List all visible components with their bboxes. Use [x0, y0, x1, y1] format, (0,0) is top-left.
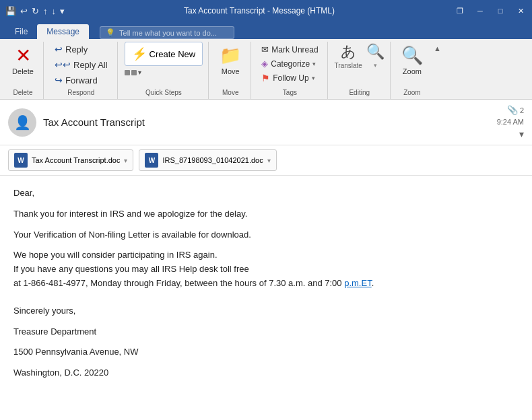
lightning-icon: ⚡	[132, 46, 147, 61]
email-header: 👤 Tax Account Transcript 📎 2 9:24 AM ▾	[0, 100, 532, 145]
follow-up-button[interactable]: ⚑ Follow Up ▾	[258, 71, 321, 85]
move-buttons: 📁 Move	[215, 42, 245, 88]
body-para3-post: .	[372, 278, 374, 288]
window-title: Tax Account Transcript - Message (HTML)	[65, 6, 454, 15]
attachment-dropdown-2[interactable]: ▾	[267, 157, 271, 164]
body-para3-line3-pre: at 1-866-481-4977, Monday through Friday…	[13, 278, 344, 288]
quick-steps-group-label: Quick Steps	[145, 88, 182, 96]
ribbon-collapse-button[interactable]: ▲	[434, 42, 441, 99]
forward-icon: ↪	[55, 75, 63, 85]
forward-label: Forward	[65, 75, 98, 85]
move-group-label: Move	[222, 88, 238, 96]
editing-group-label: Editing	[349, 88, 370, 96]
respond-group-label: Respond	[67, 88, 94, 96]
up-icon[interactable]: ↑	[43, 6, 48, 16]
zoom-buttons: 🔍 Zoom	[397, 42, 427, 88]
move-icon: 📁	[220, 44, 241, 66]
ribbon-group-editing: あ Translate 🔍 ▾ Editing	[329, 42, 391, 99]
reply-icon: ↩	[55, 44, 63, 55]
delete-group-label: Delete	[13, 88, 33, 96]
body-para2: Your Verification of Non-filing Letter i…	[13, 228, 519, 242]
avatar: 👤	[8, 108, 36, 137]
save-icon[interactable]: 💾	[5, 6, 16, 16]
dropdown-icon[interactable]: ▾	[60, 6, 65, 16]
ribbon-group-tags: ✉ Mark Unread ◈ Categorize ▾ ⚑ Follow Up…	[253, 42, 327, 99]
attachment-item-2[interactable]: W IRS_87198093_01042021.doc ▾	[139, 149, 276, 171]
move-label: Move	[222, 67, 240, 75]
redo-icon[interactable]: ↻	[32, 6, 39, 16]
translate-label: Translate	[335, 62, 362, 69]
reply-all-icon: ↩↩	[55, 59, 71, 70]
respond-group-buttons: ↩ Reply ↩↩ Reply All ↪ Forward	[51, 42, 112, 88]
title-bar-left: 💾 ↩ ↻ ↑ ↓ ▾	[5, 6, 65, 16]
email-meta: 📎 2 9:24 AM ▾	[497, 105, 524, 139]
search-edit-button[interactable]: 🔍 ▾	[366, 43, 385, 69]
ribbon: ✕ Delete Delete ↩ Reply ↩↩ Reply All ↪ F…	[0, 39, 532, 100]
email-scroll-area[interactable]: Dear, Thank you for interest in IRS and …	[0, 176, 532, 420]
reply-label: Reply	[65, 44, 88, 55]
down-icon[interactable]: ↓	[52, 6, 57, 16]
tags-buttons: ✉ Mark Unread ◈ Categorize ▾ ⚑ Follow Up…	[258, 42, 321, 88]
undo-icon[interactable]: ↩	[20, 6, 28, 16]
email-subject: Tax Account Transcript	[43, 116, 490, 128]
avatar-icon: 👤	[14, 114, 31, 131]
editing-buttons: あ Translate 🔍 ▾	[335, 42, 385, 88]
body-para3-line1: We hope you will consider participating …	[13, 250, 218, 260]
email-time: 9:24 AM	[497, 118, 524, 126]
delete-icon: ✕	[12, 44, 34, 66]
pm-et-link[interactable]: p.m.ET	[344, 278, 371, 288]
mark-unread-label: Mark Unread	[271, 45, 318, 55]
zoom-button[interactable]: 🔍 Zoom	[397, 42, 427, 78]
attachment-item-1[interactable]: W Tax Account Transcript.doc ▾	[8, 149, 133, 171]
body-address1: 1500 Pennsylvania Avenue, NW	[13, 345, 519, 359]
maximize-button[interactable]: □	[494, 5, 506, 17]
categorize-icon: ◈	[261, 59, 268, 69]
email-body: Dear, Thank you for interest in IRS and …	[0, 176, 532, 398]
minimize-button[interactable]: ─	[474, 5, 486, 17]
forward-button[interactable]: ↪ Forward	[51, 73, 102, 88]
tab-message[interactable]: Message	[37, 24, 89, 39]
word-icon-1: W	[14, 153, 28, 168]
window-controls: ❐ ─ □ ✕	[454, 5, 527, 17]
email-content-area: IRS Dear, Thank you for interest in IRS …	[0, 176, 532, 420]
tags-group-label: Tags	[283, 88, 297, 96]
paperclip-icon: 📎	[507, 105, 518, 115]
reply-all-label: Reply All	[73, 60, 108, 70]
create-new-button[interactable]: ⚡ Create New	[125, 42, 203, 66]
close-button[interactable]: ✕	[514, 5, 527, 17]
ribbon-group-delete: ✕ Delete Delete	[3, 42, 44, 99]
title-bar: 💾 ↩ ↻ ↑ ↓ ▾ Tax Account Transcript - Mes…	[0, 0, 532, 22]
delete-label: Delete	[12, 67, 34, 75]
body-para1: Thank you for interest in IRS and we apo…	[13, 207, 519, 221]
body-para3: We hope you will consider participating …	[13, 248, 519, 290]
word-icon-2: W	[145, 153, 158, 168]
tab-file[interactable]: File	[5, 24, 37, 39]
zoom-icon: 🔍	[401, 44, 423, 66]
reply-button[interactable]: ↩ Reply	[51, 42, 92, 57]
move-button[interactable]: 📁 Move	[215, 42, 245, 78]
translate-button[interactable]: あ Translate	[335, 42, 362, 69]
attachment-dropdown-1[interactable]: ▾	[124, 157, 127, 164]
mark-unread-button[interactable]: ✉ Mark Unread	[258, 43, 321, 56]
body-para3-line2: If you have any questions you may all IR…	[13, 264, 249, 274]
tab-bar: File Message 💡 Tell me what you want to …	[0, 22, 532, 39]
follow-up-flag-icon: ⚑	[261, 73, 270, 83]
body-closing: Sincerely yours,	[13, 304, 519, 318]
quick-steps-expand[interactable]: ▾	[138, 69, 141, 76]
ribbon-group-move: 📁 Move Move	[210, 42, 251, 99]
delete-button[interactable]: ✕ Delete	[8, 42, 38, 78]
quick-steps-buttons: ⚡ Create New ▾	[125, 42, 203, 88]
reply-all-button[interactable]: ↩↩ Reply All	[51, 57, 112, 72]
categorize-button[interactable]: ◈ Categorize ▾	[258, 57, 321, 70]
search-placeholder: Tell me what you want to do...	[119, 29, 217, 37]
expand-button[interactable]: ▾	[519, 129, 524, 139]
restore-icon[interactable]: ❐	[454, 5, 466, 17]
body-address2: Washington, D.C. 20220	[13, 366, 519, 380]
translate-icon: あ	[341, 42, 356, 62]
attachments-bar: W Tax Account Transcript.doc ▾ W IRS_871…	[0, 145, 532, 176]
attachment-name-2: IRS_87198093_01042021.doc	[162, 156, 263, 164]
tell-me-search[interactable]: 💡 Tell me what you want to do...	[100, 26, 234, 39]
delete-group-buttons: ✕ Delete	[8, 42, 38, 88]
body-dept: Treasure Department	[13, 325, 519, 339]
categorize-label: Categorize	[271, 59, 310, 69]
